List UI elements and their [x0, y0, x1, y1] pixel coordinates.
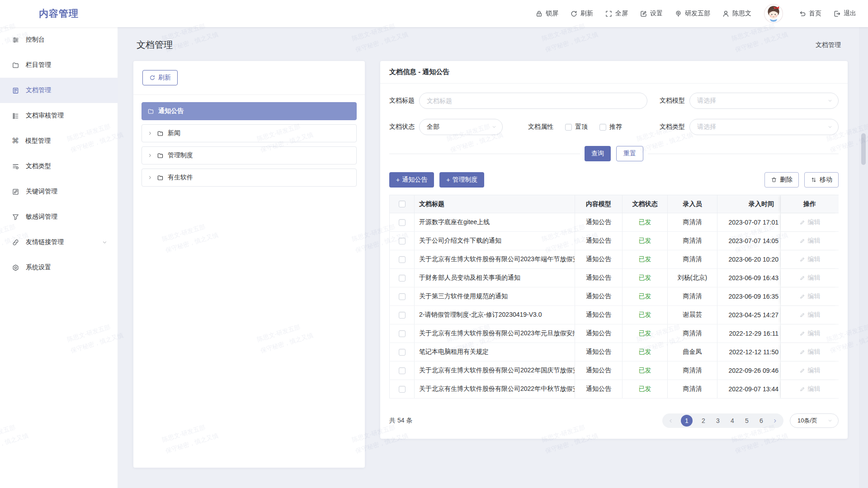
- row-checkbox[interactable]: [389, 380, 415, 398]
- edit-button[interactable]: 编辑: [799, 329, 821, 338]
- page-button[interactable]: 1: [681, 415, 693, 427]
- header-action[interactable]: 退出: [833, 9, 856, 18]
- doc-time-cell: 2022-09-26 09:46: [717, 361, 781, 380]
- tree-item[interactable]: 有生软件: [142, 169, 357, 187]
- header-action[interactable]: [764, 4, 786, 23]
- sidebar-item[interactable]: ⌘ 模型管理: [0, 128, 118, 154]
- page-button[interactable]: 4: [729, 417, 736, 424]
- next-page-button[interactable]: [772, 418, 778, 424]
- sidebar-item[interactable]: 敏感词管理: [0, 204, 118, 230]
- doc-status-cell: 已发: [623, 269, 668, 287]
- checkbox[interactable]: [599, 124, 606, 131]
- sidebar-item[interactable]: 控制台: [0, 27, 118, 52]
- doc-time-cell: 2023-07-07 17:01: [717, 213, 781, 231]
- edit-button[interactable]: 编辑: [799, 237, 821, 245]
- tree-item[interactable]: 通知公告: [142, 102, 357, 120]
- doc-model-cell: 通知公告: [575, 287, 623, 305]
- sidebar-item[interactable]: 文档类型: [0, 154, 118, 179]
- pencil-icon: [799, 238, 806, 244]
- prev-page-button[interactable]: [668, 418, 674, 424]
- row-checkbox[interactable]: [389, 213, 415, 231]
- header-action[interactable]: 研发五部: [675, 9, 710, 18]
- edit-button[interactable]: 编辑: [799, 311, 821, 319]
- sidebar-item[interactable]: 友情链接管理: [0, 230, 118, 255]
- doc-editor-cell: 商清清: [668, 213, 717, 231]
- row-checkbox[interactable]: [389, 232, 415, 250]
- page-button[interactable]: 3: [714, 417, 722, 424]
- refresh-icon: [149, 75, 156, 81]
- header-action[interactable]: 全屏: [605, 9, 628, 18]
- edit-button[interactable]: 编辑: [799, 292, 821, 300]
- attribute-checkbox-option[interactable]: 推荐: [599, 123, 622, 131]
- total-count: 共 54 条: [389, 417, 412, 425]
- delete-button[interactable]: 删除: [764, 172, 799, 188]
- app-title: 内容管理: [0, 7, 118, 20]
- doc-title-input[interactable]: [419, 93, 647, 109]
- edit-button[interactable]: 编辑: [799, 348, 821, 356]
- chevron-right-icon: [147, 153, 153, 158]
- row-checkbox[interactable]: [389, 343, 415, 361]
- header-action[interactable]: 首页: [798, 9, 821, 18]
- edit-button[interactable]: 编辑: [799, 218, 821, 226]
- edit-button[interactable]: 编辑: [799, 385, 821, 393]
- edit-button[interactable]: 编辑: [799, 366, 821, 375]
- doc-title-cell: 于财务部人员变动及相关事项的通知: [415, 269, 575, 287]
- row-checkbox[interactable]: [389, 306, 415, 324]
- tree-item[interactable]: 新闻: [142, 124, 357, 142]
- edit-button[interactable]: 编辑: [799, 255, 821, 263]
- table-row: 笔记本电脑租用有关规定 通知公告 已发 曲金凤 2022-12-12 11:50…: [389, 343, 839, 361]
- sidebar-item[interactable]: 栏目管理: [0, 52, 118, 78]
- doc-editor-cell: 商清清: [668, 232, 717, 250]
- doc-type-select[interactable]: 请选择: [689, 119, 839, 135]
- row-checkbox[interactable]: [389, 269, 415, 287]
- column-header: 内容模型: [575, 195, 623, 213]
- doc-status-cell: 已发: [623, 287, 668, 305]
- row-checkbox[interactable]: [389, 361, 415, 380]
- table-row: 关于北京有生博大软件股份有限公司2022年中秋节放假安... 通知公告 已发 商…: [389, 380, 839, 399]
- header-action[interactable]: 设置: [640, 9, 663, 18]
- column-header: 录入员: [668, 195, 717, 213]
- page-button[interactable]: 6: [758, 417, 765, 424]
- search-button[interactable]: 查询: [585, 146, 611, 161]
- tree-item[interactable]: 管理制度: [142, 146, 357, 164]
- page-button[interactable]: 2: [700, 417, 707, 424]
- doc-status-select[interactable]: 全部: [419, 119, 503, 135]
- sidebar-item[interactable]: 文档管理: [0, 78, 118, 103]
- page-button[interactable]: 5: [743, 417, 750, 424]
- console-icon: [12, 36, 19, 44]
- row-checkbox[interactable]: [389, 324, 415, 343]
- page-size-select[interactable]: 10条/页: [790, 413, 839, 428]
- header-action[interactable]: 锁屏: [535, 9, 558, 18]
- doc-model-select[interactable]: 请选择: [689, 93, 839, 109]
- sidebar-item[interactable]: 系统设置: [0, 255, 118, 280]
- scrollbar-track: [859, 27, 868, 488]
- main-content: 文档管理 文档管理 刷新 通知公告: [118, 27, 868, 488]
- header-action[interactable]: 陈思文: [722, 9, 751, 18]
- checkbox[interactable]: [565, 124, 572, 131]
- scrollbar-thumb[interactable]: [861, 133, 866, 165]
- reset-button[interactable]: 重置: [616, 146, 643, 161]
- doc-model-cell: 通知公告: [575, 324, 623, 343]
- chevron-right-icon: [147, 131, 153, 136]
- doc-status-cell: 已发: [623, 250, 668, 268]
- tree-refresh-button[interactable]: 刷新: [142, 70, 178, 85]
- doc-editor-cell: 刘杨(北京): [668, 269, 717, 287]
- plus-icon: +: [446, 176, 450, 183]
- header-action[interactable]: 刷新: [570, 9, 593, 18]
- select-all-checkbox[interactable]: [389, 195, 415, 213]
- move-button[interactable]: 移动: [804, 172, 839, 188]
- pencil-icon: [799, 330, 806, 337]
- chevron-down-icon: [102, 239, 108, 245]
- row-checkbox[interactable]: [389, 287, 415, 305]
- fullscreen-icon: [605, 10, 613, 18]
- sidebar-item[interactable]: 关键词管理: [0, 179, 118, 204]
- add-document-button[interactable]: + 管理制度: [439, 172, 484, 188]
- add-document-button[interactable]: + 通知公告: [389, 172, 434, 188]
- row-checkbox[interactable]: [389, 250, 415, 268]
- doc-attr-label: 文档属性: [528, 123, 553, 131]
- attribute-checkbox-option[interactable]: 置顶: [565, 123, 588, 131]
- header-actions: 锁屏 刷新 全屏 设置 研发五部: [535, 4, 868, 23]
- edit-button[interactable]: 编辑: [799, 274, 821, 282]
- pencil-icon: [799, 386, 806, 392]
- sidebar-item[interactable]: 文档审核管理: [0, 103, 118, 128]
